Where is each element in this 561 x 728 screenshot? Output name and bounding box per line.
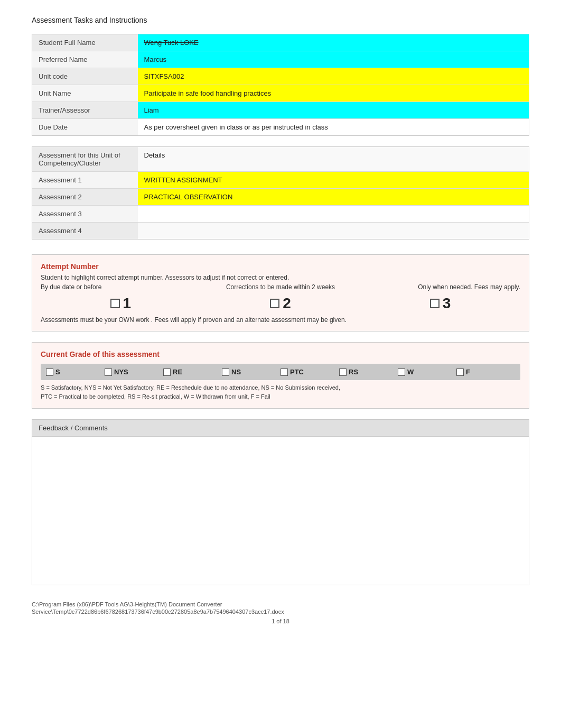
grade-checkbox-f[interactable] xyxy=(456,368,464,376)
assessment-label: Assessment 3 xyxy=(32,206,138,223)
grade-label-f: F xyxy=(466,368,470,376)
assessment-label: Assessment 2 xyxy=(32,189,138,206)
grade-item-s[interactable]: S xyxy=(46,368,105,376)
grade-checkbox-ptc[interactable] xyxy=(280,368,288,376)
attempt-checkbox-1[interactable] xyxy=(110,299,120,308)
info-value: As per coversheet given in class or as p… xyxy=(138,119,529,136)
info-label: Trainer/Assessor xyxy=(32,102,138,119)
grade-checkbox-s[interactable] xyxy=(46,368,53,376)
assessment-label: Assessment 1 xyxy=(32,172,138,189)
info-value: Weng Tuck LOKE xyxy=(138,34,529,51)
info-label: Unit code xyxy=(32,68,138,85)
attempt-col-3: Only when needed. Fees may apply. xyxy=(360,283,520,291)
grade-item-ptc[interactable]: PTC xyxy=(280,368,339,376)
attempt-note: Assessments must be your OWN work . Fees… xyxy=(41,316,520,324)
assessment-label: Assessment 4 xyxy=(32,223,138,239)
info-value: Participate in safe food handling practi… xyxy=(138,85,529,102)
grade-checkbox-w[interactable] xyxy=(398,368,405,376)
info-label: Student Full Name xyxy=(32,34,138,51)
grade-item-w[interactable]: W xyxy=(398,368,456,376)
assessment-value xyxy=(138,223,529,239)
attempt-checkbox-2[interactable] xyxy=(270,299,279,308)
grade-checkbox-ns[interactable] xyxy=(222,368,229,376)
grade-item-re[interactable]: RE xyxy=(163,368,222,376)
attempt-col-2: Corrections to be made within 2 weeks xyxy=(201,283,361,291)
feedback-header: Feedback / Comments xyxy=(32,420,529,437)
page-title: Assessment Tasks and Instructions xyxy=(32,16,529,24)
info-label: Due Date xyxy=(32,119,138,136)
attempt-numbers: 1 2 3 xyxy=(41,295,520,312)
grade-legend-line: PTC = Practical to be completed, RS = Re… xyxy=(41,392,520,401)
info-value: Liam xyxy=(138,102,529,119)
attempt-number-3[interactable]: 3 xyxy=(430,295,451,312)
grade-label-ns: NS xyxy=(231,368,241,376)
info-label: Preferred Name xyxy=(32,51,138,68)
attempt-number-desc: Student to highlight correct attempt num… xyxy=(41,274,520,281)
grade-section: Current Grade of this assessment SNYSREN… xyxy=(32,342,529,409)
attempt-col-1: By due date or before xyxy=(41,283,201,291)
grade-legend: S = Satisfactory, NYS = Not Yet Satisfac… xyxy=(41,383,520,401)
grade-legend-line: S = Satisfactory, NYS = Not Yet Satisfac… xyxy=(41,383,520,392)
attempt-number-title: Attempt Number xyxy=(41,262,520,271)
grade-label-rs: RS xyxy=(349,368,358,376)
attempt-number-1[interactable]: 1 xyxy=(110,295,132,312)
info-table: Student Full NameWeng Tuck LOKEPreferred… xyxy=(32,34,529,136)
attempt-checkbox-3[interactable] xyxy=(430,299,440,308)
grade-label-s: S xyxy=(55,368,60,376)
footer-path-1: C:\Program Files (x86)\PDF Tools AG\3-He… xyxy=(32,601,529,607)
info-value: Marcus xyxy=(138,51,529,68)
grade-row: SNYSRENSPTCRSWF xyxy=(41,364,520,380)
feedback-body[interactable] xyxy=(32,437,529,585)
footer-path-2: Service\Temp\0c7722d86b6f678268173736f47… xyxy=(32,609,529,615)
grade-item-rs[interactable]: RS xyxy=(339,368,398,376)
grade-label-w: W xyxy=(407,368,414,376)
attempt-number-2[interactable]: 2 xyxy=(270,295,291,312)
grade-label-re: RE xyxy=(173,368,182,376)
assessment-value: PRACTICAL OBSERVATION xyxy=(138,189,529,206)
assessment-table: Assessment for this Unit of Competency/C… xyxy=(32,146,529,239)
attempt-column-labels: By due date or before Corrections to be … xyxy=(41,283,520,291)
grade-checkbox-nys[interactable] xyxy=(105,368,112,376)
assessment-value xyxy=(138,206,529,223)
grade-item-ns[interactable]: NS xyxy=(222,368,280,376)
grade-section-title: Current Grade of this assessment xyxy=(41,350,520,358)
grade-label-nys: NYS xyxy=(114,368,128,376)
attempt-number-section: Attempt Number Student to highlight corr… xyxy=(32,254,529,331)
info-label: Unit Name xyxy=(32,85,138,102)
assessment-header-label: Assessment for this Unit of Competency/C… xyxy=(32,147,138,172)
footer-page: 1 of 18 xyxy=(32,618,529,624)
grade-item-f[interactable]: F xyxy=(456,368,515,376)
footer: C:\Program Files (x86)\PDF Tools AG\3-He… xyxy=(32,601,529,624)
feedback-section: Feedback / Comments xyxy=(32,419,529,585)
assessment-value: WRITTEN ASSIGNMENT xyxy=(138,172,529,189)
assessment-header-value: Details xyxy=(138,147,529,172)
info-value: SITXFSA002 xyxy=(138,68,529,85)
grade-checkbox-rs[interactable] xyxy=(339,368,347,376)
grade-checkbox-re[interactable] xyxy=(163,368,171,376)
grade-item-nys[interactable]: NYS xyxy=(105,368,163,376)
grade-label-ptc: PTC xyxy=(290,368,304,376)
